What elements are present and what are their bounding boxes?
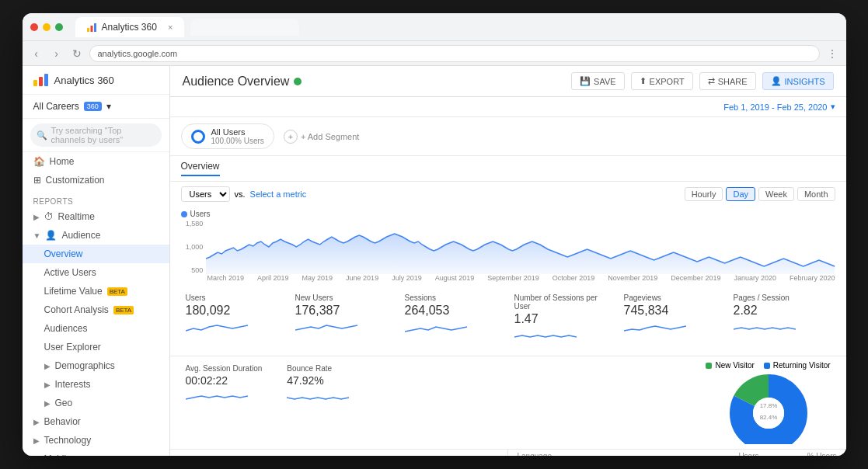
chart-y-label-mid: 1,000 bbox=[181, 243, 204, 251]
sidebar-item-overview[interactable]: Overview bbox=[23, 245, 169, 263]
mobile-arrow-icon: ▶ bbox=[33, 455, 40, 457]
forward-button[interactable]: › bbox=[49, 46, 64, 61]
pages-per-session-mini-chart bbox=[734, 319, 796, 335]
demographics-panel: Demographics Language Country City › Sys… bbox=[170, 450, 508, 456]
svg-rect-1 bbox=[90, 26, 92, 32]
sidebar-item-active-users[interactable]: Active Users bbox=[23, 263, 169, 282]
metric-bounce-rate: Bounce Rate 47.92% bbox=[282, 361, 354, 444]
beta-badge: BETA bbox=[107, 287, 127, 296]
realtime-arrow-icon: ▶ bbox=[33, 213, 40, 221]
cohort-beta-badge: BETA bbox=[113, 306, 134, 314]
date-range-selector[interactable]: Feb 1, 2019 - Feb 25, 2020 ▾ bbox=[170, 97, 846, 117]
segment-pct: 100.00% Users bbox=[211, 137, 264, 145]
header-actions: 💾 SAVE ⬆ EXPORT ⇄ SHARE 👤 INSIGHTS bbox=[571, 72, 833, 90]
sidebar-item-customization[interactable]: ⊞ Customization bbox=[23, 171, 169, 189]
tab-close-button[interactable]: × bbox=[168, 23, 173, 32]
bounce-rate-mini-chart bbox=[287, 388, 349, 404]
metric-avg-session: Avg. Session Duration 00:02:22 bbox=[181, 361, 267, 444]
segment-name: All Users bbox=[211, 127, 264, 137]
share-icon: ⇄ bbox=[708, 76, 715, 86]
chart-x-axis: March 2019 April 2019 May 2019 June 2019… bbox=[181, 274, 835, 282]
chart-area: Users 1,580 1,000 500 bbox=[170, 207, 846, 284]
technology-arrow-icon: ▶ bbox=[33, 436, 40, 445]
metric-dropdown[interactable]: Users bbox=[181, 186, 230, 202]
svg-text:17.8%: 17.8% bbox=[759, 402, 777, 409]
sidebar-item-behavior[interactable]: ▶ Behavior bbox=[23, 412, 169, 431]
chart-y-label-low: 500 bbox=[181, 266, 204, 274]
metric-users: Users 180,092 bbox=[181, 290, 288, 349]
home-icon: 🏠 bbox=[33, 156, 45, 167]
add-segment-circle-icon: + bbox=[284, 130, 298, 144]
metrics-grid: Users 180,092 New Users 176,387 Sessions… bbox=[170, 284, 846, 356]
new-users-mini-chart bbox=[295, 319, 357, 335]
behavior-arrow-icon: ▶ bbox=[33, 418, 40, 426]
sidebar-item-technology[interactable]: ▶ Technology bbox=[23, 431, 169, 450]
date-dropdown-icon: ▾ bbox=[831, 102, 835, 112]
visitor-pie-chart: 17.8% 82.4% bbox=[714, 374, 823, 444]
chart-legend: Users bbox=[181, 210, 835, 218]
browser-tab[interactable]: Analytics 360 × bbox=[75, 17, 184, 37]
hourly-button[interactable]: Hourly bbox=[685, 187, 723, 201]
tab-overview[interactable]: Overview bbox=[181, 161, 220, 176]
users-chart bbox=[206, 220, 835, 274]
sidebar-item-user-explorer[interactable]: User Explorer bbox=[23, 338, 169, 356]
sidebar-item-lifetime-value[interactable]: Lifetime Value BETA bbox=[23, 282, 169, 301]
all-users-segment[interactable]: All Users 100.00% Users bbox=[181, 123, 274, 149]
sessions-per-user-mini-chart bbox=[514, 328, 577, 343]
sidebar-item-audience[interactable]: ▼ 👤 Audience bbox=[23, 226, 169, 245]
sidebar-item-geo[interactable]: ▶ Geo bbox=[23, 394, 169, 412]
sidebar-item-home[interactable]: 🏠 Home bbox=[23, 152, 169, 171]
day-button[interactable]: Day bbox=[726, 187, 755, 201]
sidebar-search-placeholder: Try searching "Top channels by users" bbox=[51, 126, 155, 144]
insights-button[interactable]: 👤 INSIGHTS bbox=[762, 72, 834, 90]
save-button[interactable]: 💾 SAVE bbox=[571, 72, 625, 90]
analytics-favicon-icon bbox=[86, 22, 97, 33]
users-mini-chart bbox=[186, 319, 248, 335]
export-button[interactable]: ⬆ EXPORT bbox=[631, 72, 693, 90]
add-segment-button[interactable]: + + Add Segment bbox=[284, 130, 360, 144]
demographics-title: Demographics bbox=[170, 450, 507, 456]
language-panel: Language Users % Users 1. en-gb 126,334 … bbox=[508, 450, 846, 456]
bottom-section: Demographics Language Country City › Sys… bbox=[170, 450, 846, 456]
audience-icon: 👤 bbox=[45, 230, 57, 241]
refresh-button[interactable]: ↻ bbox=[69, 46, 85, 61]
property-selector[interactable]: All Careers 360 ▾ bbox=[23, 95, 169, 119]
interests-arrow-icon: ▶ bbox=[44, 380, 51, 389]
segment-circle-icon bbox=[191, 130, 205, 144]
users-legend-dot bbox=[181, 211, 187, 217]
table-header: Language Users % Users bbox=[508, 450, 846, 456]
back-button[interactable]: ‹ bbox=[29, 46, 44, 61]
sidebar-item-mobile[interactable]: ▶ Mobile bbox=[23, 450, 169, 456]
pct-users-col-header: % Users bbox=[759, 452, 837, 456]
metric-sessions: Sessions 264,053 bbox=[400, 290, 507, 349]
property-badge: 360 bbox=[84, 102, 102, 111]
property-name: All Careers bbox=[33, 101, 79, 112]
new-visitor-legend-dot bbox=[706, 363, 712, 369]
language-col-header: Language bbox=[518, 452, 705, 456]
month-button[interactable]: Month bbox=[797, 187, 835, 201]
customization-icon: ⊞ bbox=[33, 175, 41, 186]
sidebar-item-audiences[interactable]: Audiences bbox=[23, 319, 169, 338]
share-button[interactable]: ⇄ SHARE bbox=[699, 72, 756, 90]
vs-label: vs. bbox=[235, 189, 246, 199]
url-bar[interactable]: analytics.google.com bbox=[89, 45, 820, 62]
sidebar-reports-section: REPORTS bbox=[23, 193, 169, 207]
tab-title: Analytics 360 bbox=[102, 22, 157, 33]
menu-button[interactable]: ⋮ bbox=[824, 46, 840, 61]
sidebar-item-interests[interactable]: ▶ Interests bbox=[23, 375, 169, 394]
sidebar-item-demographics[interactable]: ▶ Demographics bbox=[23, 356, 169, 375]
sessions-mini-chart bbox=[405, 319, 467, 335]
geo-arrow-icon: ▶ bbox=[44, 399, 51, 408]
sidebar-item-realtime[interactable]: ▶ ⏱ Realtime bbox=[23, 207, 169, 226]
sidebar-item-cohort[interactable]: Cohort Analysis BETA bbox=[23, 301, 169, 319]
sidebar-logo: Analytics 360 bbox=[23, 66, 169, 95]
select-metric-link[interactable]: Select a metric bbox=[250, 189, 307, 199]
pageviews-mini-chart bbox=[624, 319, 686, 335]
metrics-row2: Avg. Session Duration 00:02:22 Bounce Ra… bbox=[170, 356, 846, 450]
insights-icon: 👤 bbox=[771, 76, 782, 86]
avg-session-mini-chart bbox=[186, 388, 248, 404]
svg-text:82.4%: 82.4% bbox=[759, 414, 777, 421]
week-button[interactable]: Week bbox=[758, 187, 794, 201]
svg-rect-2 bbox=[94, 23, 96, 32]
returning-visitor-legend-dot bbox=[764, 363, 770, 369]
